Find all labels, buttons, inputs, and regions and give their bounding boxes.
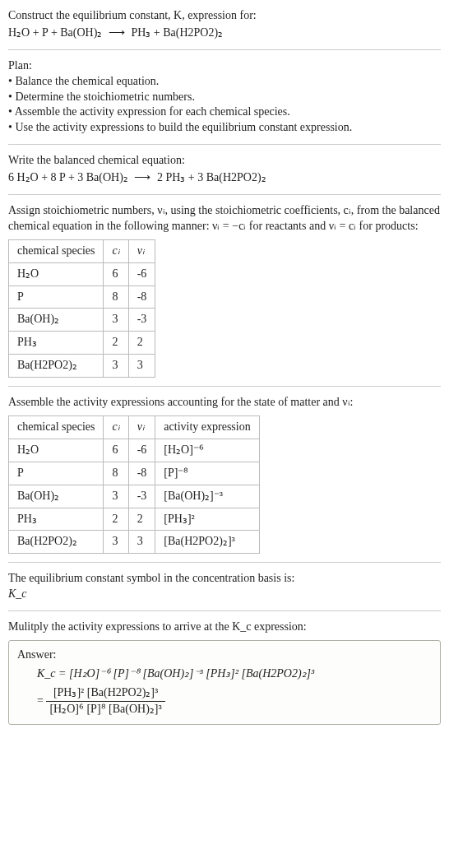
table-row: P 8 -8: [9, 285, 155, 309]
cell-activity: [Ba(H2PO2)₂]³: [155, 531, 259, 554]
table-header-row: chemical species cᵢ νᵢ: [9, 239, 155, 262]
col-activity: activity expression: [155, 416, 259, 439]
answer-line1: K_c = [H₂O]⁻⁶ [P]⁻⁸ [Ba(OH)₂]⁻³ [PH₃]² […: [37, 667, 314, 680]
col-c: cᵢ: [104, 239, 128, 262]
table-row: P 8 -8 [P]⁻⁸: [9, 462, 260, 485]
table-header-row: chemical species cᵢ νᵢ activity expressi…: [9, 416, 260, 439]
multiply-heading: Mulitply the activity expressions to arr…: [8, 620, 441, 635]
plan-item-text: Determine the stoichiometric numbers.: [15, 91, 195, 103]
col-species: chemical species: [9, 239, 104, 262]
table-row: Ba(H2PO2)₂ 3 3: [9, 355, 155, 378]
cell-c: 8: [104, 285, 128, 309]
cell-species: Ba(OH)₂: [9, 485, 104, 508]
intro-eq-rhs: PH₃ + Ba(H2PO2)₂: [131, 26, 223, 39]
plan-item-text: Balance the chemical equation.: [15, 75, 159, 87]
table-row: H₂O 6 -6 [H₂O]⁻⁶: [9, 439, 260, 462]
divider: [8, 386, 441, 387]
cell-c: 3: [104, 531, 128, 554]
cell-activity: [P]⁻⁸: [155, 462, 259, 485]
balanced-eq-lhs: 6 H₂O + 8 P + 3 Ba(OH)₂: [8, 171, 128, 183]
col-v: νᵢ: [128, 416, 155, 439]
divider: [8, 610, 441, 611]
cell-species: Ba(OH)₂: [9, 309, 104, 332]
divider: [8, 49, 441, 50]
cell-v: -3: [128, 485, 155, 508]
cell-species: P: [9, 285, 104, 309]
activity-heading: Assemble the activity expressions accoun…: [8, 395, 441, 411]
table-row: PH₃ 2 2: [9, 332, 155, 355]
cell-v: -6: [128, 262, 155, 285]
answer-fraction: [PH₃]² [Ba(H2PO2)₂]³ [H₂O]⁶ [P]⁸ [Ba(OH)…: [46, 685, 164, 717]
answer-expression: K_c = [H₂O]⁻⁶ [P]⁻⁸ [Ba(OH)₂]⁻³ [PH₃]² […: [17, 666, 432, 682]
cell-c: 2: [104, 508, 128, 531]
answer-fraction-line: = [PH₃]² [Ba(H2PO2)₂]³ [H₂O]⁶ [P]⁸ [Ba(O…: [17, 685, 432, 717]
balanced-eq-rhs: 2 PH₃ + 3 Ba(H2PO2)₂: [157, 171, 266, 183]
answer-label: Answer:: [17, 648, 432, 663]
plan-item: • Use the activity expressions to build …: [8, 120, 441, 136]
fraction-denominator: [H₂O]⁶ [P]⁸ [Ba(OH)₂]³: [46, 702, 164, 717]
cell-species: Ba(H2PO2)₂: [9, 355, 104, 378]
cell-species: PH₃: [9, 332, 104, 355]
cell-v: 3: [128, 355, 155, 378]
plan-heading: Plan:: [8, 58, 441, 74]
intro-line1: Construct the equilibrium constant, K, e…: [8, 8, 441, 24]
cell-v: -6: [128, 439, 155, 462]
cell-activity: [H₂O]⁻⁶: [155, 439, 259, 462]
table-row: Ba(H2PO2)₂ 3 3 [Ba(H2PO2)₂]³: [9, 531, 260, 554]
cell-c: 3: [104, 485, 128, 508]
plan-item-text: Assemble the activity expression for eac…: [15, 105, 290, 118]
plan-item: • Assemble the activity expression for e…: [8, 104, 441, 120]
cell-v: -8: [128, 462, 155, 485]
cell-species: H₂O: [9, 262, 104, 285]
plan-item: • Balance the chemical equation.: [8, 74, 441, 90]
intro-equation: H₂O + P + Ba(OH)₂ ⟶ PH₃ + Ba(H2PO2)₂: [8, 26, 441, 41]
intro-eq-lhs: H₂O + P + Ba(OH)₂: [8, 26, 102, 39]
cell-species: H₂O: [9, 439, 104, 462]
cell-v: -8: [128, 285, 155, 309]
divider: [8, 144, 441, 145]
cell-v: -3: [128, 309, 155, 332]
cell-c: 3: [104, 309, 128, 332]
symbol-line1: The equilibrium constant symbol in the c…: [8, 571, 441, 587]
divider: [8, 194, 441, 195]
answer-box: Answer: K_c = [H₂O]⁻⁶ [P]⁻⁸ [Ba(OH)₂]⁻³ …: [8, 640, 441, 725]
cell-species: P: [9, 462, 104, 485]
cell-c: 8: [104, 462, 128, 485]
cell-species: Ba(H2PO2)₂: [9, 531, 104, 554]
cell-v: 2: [128, 508, 155, 531]
stoich-table: chemical species cᵢ νᵢ H₂O 6 -6 P 8 -8 B…: [8, 239, 155, 378]
cell-c: 3: [104, 355, 128, 378]
symbol-kc: K_c: [8, 587, 441, 602]
cell-v: 3: [128, 531, 155, 554]
col-species: chemical species: [9, 416, 104, 439]
fraction-numerator: [PH₃]² [Ba(H2PO2)₂]³: [46, 685, 164, 702]
table-row: Ba(OH)₂ 3 -3 [Ba(OH)₂]⁻³: [9, 485, 260, 508]
table-row: PH₃ 2 2 [PH₃]²: [9, 508, 260, 531]
table-row: Ba(OH)₂ 3 -3: [9, 309, 155, 332]
cell-activity: [PH₃]²: [155, 508, 259, 531]
cell-c: 2: [104, 332, 128, 355]
answer-eq-prefix: =: [37, 694, 46, 706]
arrow-icon: ⟶: [131, 171, 154, 183]
col-c: cᵢ: [104, 416, 128, 439]
col-v: νᵢ: [128, 239, 155, 262]
plan-item-text: Use the activity expressions to build th…: [15, 121, 352, 133]
cell-c: 6: [104, 262, 128, 285]
plan-list: • Balance the chemical equation. • Deter…: [8, 74, 441, 137]
plan-item: • Determine the stoichiometric numbers.: [8, 90, 441, 105]
arrow-icon: ⟶: [105, 26, 128, 39]
cell-c: 6: [104, 439, 128, 462]
balanced-heading: Write the balanced chemical equation:: [8, 153, 441, 169]
stoich-heading: Assign stoichiometric numbers, νᵢ, using…: [8, 203, 441, 234]
activity-table: chemical species cᵢ νᵢ activity expressi…: [8, 415, 260, 554]
cell-v: 2: [128, 332, 155, 355]
table-row: H₂O 6 -6: [9, 262, 155, 285]
divider: [8, 562, 441, 563]
cell-activity: [Ba(OH)₂]⁻³: [155, 485, 259, 508]
cell-species: PH₃: [9, 508, 104, 531]
balanced-equation: 6 H₂O + 8 P + 3 Ba(OH)₂ ⟶ 2 PH₃ + 3 Ba(H…: [8, 170, 441, 186]
